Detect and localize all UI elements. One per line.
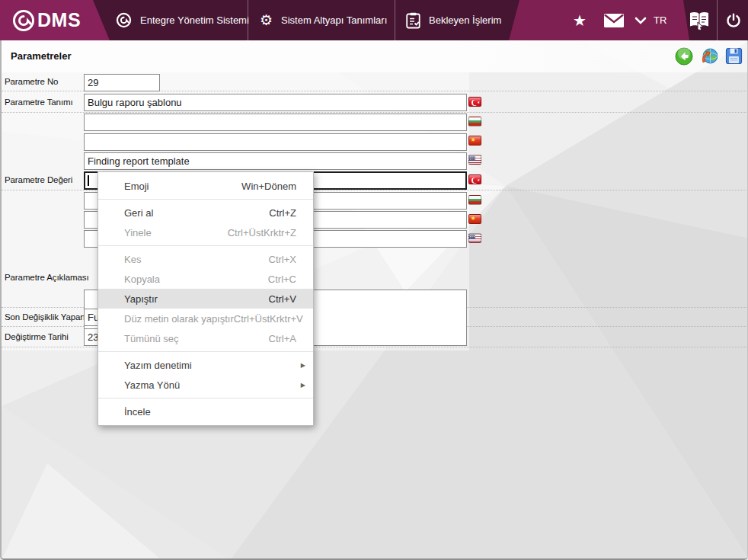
menu-item-yazim-denetimi[interactable]: Yazım denetimi ▶ (98, 355, 313, 375)
menu-item-yazma-yonu[interactable]: Yazma Yönü ▶ (98, 375, 313, 395)
qdms-swirl-icon (11, 8, 36, 33)
parametre-tanimi-bg-input[interactable] (84, 114, 467, 131)
menu-separator (98, 199, 313, 200)
menu-item-kes: Kes Ctrl+X (98, 249, 313, 269)
submenu-arrow-icon: ▶ (301, 362, 305, 369)
nav-item-bekleyen-islerim[interactable]: Bekleyen İşlerim (406, 0, 501, 40)
gear-icon: ⚙ (260, 13, 273, 27)
label-parametre-aciklamasi: Parametre Açıklaması (5, 273, 89, 282)
flag-turkey-icon (468, 174, 481, 184)
menu-item-geri-al[interactable]: Geri al Ctrl+Z (98, 203, 313, 222)
label-parametre-degeri: Parametre Değeri (5, 175, 72, 184)
text-caret (88, 175, 89, 186)
menu-separator (98, 398, 313, 398)
menu-item-yinele: Yinele Ctrl+ÜstKrktr+Z (98, 222, 313, 242)
qdms-logo[interactable]: DMS (11, 0, 81, 40)
save-icon[interactable] (725, 47, 743, 66)
content-area: Parametreler (0, 40, 748, 560)
submenu-arrow-icon: ▶ (301, 382, 305, 389)
page-title: Parametreler (11, 50, 72, 62)
refresh-globe-icon[interactable] (700, 47, 718, 66)
label-parametre-tanimi: Parametre Tanımı (5, 98, 73, 107)
menu-item-kopyala: Kopyala Ctrl+C (98, 269, 313, 289)
flag-turkey-icon (468, 97, 481, 107)
flag-bulgaria-icon (468, 195, 481, 205)
back-icon[interactable] (675, 47, 693, 66)
flag-china-icon: ★ (468, 214, 481, 224)
nav-separator (717, 0, 718, 40)
help-book-icon[interactable] (688, 0, 711, 40)
nav-separator (248, 0, 248, 40)
flag-china-icon: ★ (468, 136, 481, 146)
favorites-star-icon[interactable]: ★ (573, 0, 587, 40)
parametre-tanimi-tr-input[interactable] (84, 94, 467, 111)
chevron-down-icon[interactable] (635, 0, 647, 40)
nav-item-label: Sistem Altyapı Tanımları (281, 14, 387, 26)
parametre-tanimi-us-input[interactable] (84, 152, 467, 170)
menu-separator (98, 351, 313, 352)
page-titlebar: Parametreler (2, 40, 748, 72)
parametre-tanimi-cn-input[interactable] (84, 133, 467, 151)
row-separator (2, 112, 748, 113)
top-navbar: DMS Entegre Yönetim Sistemi ⚙ Sistem Alt… (0, 0, 748, 40)
navbar-light-section (503, 0, 697, 40)
clipboard-check-icon (406, 12, 420, 29)
logo-text: DMS (37, 9, 81, 31)
label-son-degisiklik-yapan: Son Değişiklik Yapan (5, 312, 85, 322)
menu-item-yapistir[interactable]: Yapıştır Ctrl+V (98, 289, 313, 309)
flag-usa-icon (468, 233, 481, 243)
qdms-circle-icon (116, 12, 132, 28)
label-parametre-no: Parametre No (5, 77, 58, 86)
mail-icon[interactable] (603, 0, 625, 40)
nav-item-entegre-yonetim-sistemi[interactable]: Entegre Yönetim Sistemi (116, 0, 249, 40)
parametre-no-input[interactable] (84, 74, 160, 91)
flag-bulgaria-icon (468, 117, 481, 126)
label-degistirme-tarihi: Değiştirme Tarihi (5, 332, 69, 341)
nav-item-label: Entegre Yönetim Sistemi (140, 14, 249, 26)
menu-item-emoji[interactable]: Emoji Win+Dönem (98, 176, 313, 196)
nav-item-sistem-altyapi-tanimlari[interactable]: ⚙ Sistem Altyapı Tanımları (260, 0, 387, 40)
menu-item-duz-metin-yapistir: Düz metin olarak yapıştır Ctrl+ÜstKrktr+… (98, 309, 313, 328)
nav-item-label: Bekleyen İşlerim (429, 14, 501, 26)
language-selector[interactable]: TR (654, 0, 666, 40)
nav-separator (395, 0, 395, 40)
power-logout-icon[interactable] (725, 0, 742, 40)
flag-usa-icon (468, 155, 481, 165)
context-menu: Emoji Win+Dönem Geri al Ctrl+Z Yinele Ct… (97, 171, 314, 426)
menu-item-tumunu-sec: Tümünü seç Ctrl+A (98, 328, 313, 348)
menu-item-incele[interactable]: İncele (98, 402, 313, 421)
menu-separator (98, 245, 313, 246)
